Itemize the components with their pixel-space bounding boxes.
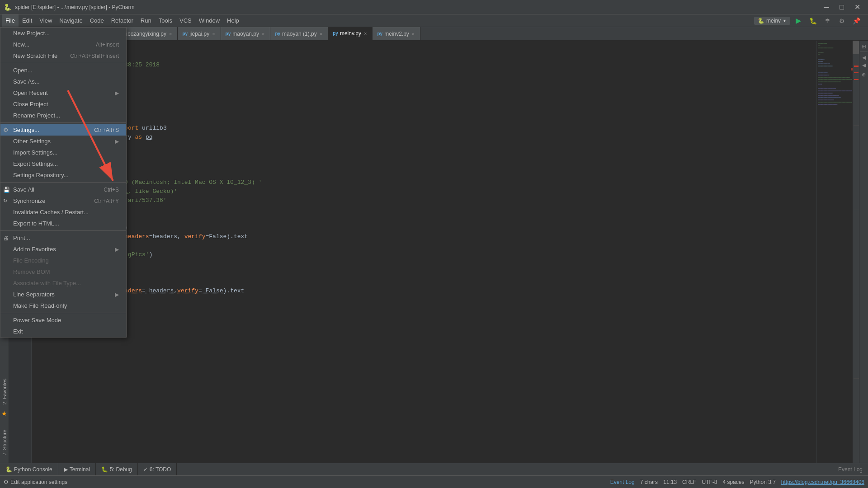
line-sep-label: Line Separators [13,291,55,298]
tab-meinv2[interactable]: py meinv2.py × [373,27,420,40]
right-panel-btn2[interactable]: ◀ [862,62,866,68]
favorites-star-icon[interactable]: ★ [1,410,7,417]
menu-open-recent[interactable]: Open Recent ▶ [0,87,126,99]
menu-settings[interactable]: ⚙ Settings... Ctrl+Alt+S [0,124,126,136]
code-editor[interactable]: # -*- coding: utf-8 -*- ▼ """ Created on… [32,41,816,306]
scrollbar-thumb[interactable] [853,41,859,54]
code-line-9: import os [36,115,816,124]
menu-code[interactable]: Code [86,14,108,27]
debug-tab[interactable]: 🐛 5: Debug [96,463,138,475]
scroll-error-marker3 [854,79,859,80]
menu-save-as[interactable]: Save As... [0,76,126,87]
menu-power-save[interactable]: Power Save Mode [0,314,126,326]
tab-label: maoyan (1).py [282,31,317,37]
event-log-btn[interactable]: Event Log [838,466,863,473]
menu-run[interactable]: Run [137,14,155,27]
menu-add-favorites[interactable]: Add to Favorites ▶ [0,244,126,255]
code-line-16: 'User-Agent': 'Mozilla/5.0 (Macintosh; I… [36,178,816,187]
settings-icon-wrap: ⚙ [3,127,9,133]
bottom-tabs-bar: 🐍 Python Console ▶ Terminal 🐛 5: Debug ✓… [0,463,868,475]
menu-new[interactable]: New... Alt+Insert [0,39,126,50]
vertical-scrollbar[interactable] [853,41,859,463]
pin-icon-btn[interactable]: 📌 [850,15,863,26]
menu-print[interactable]: 🖨 Print... [0,232,126,244]
run-button[interactable]: ▶ [792,15,805,26]
menu-file-encoding: File Encoding [0,255,126,266]
debug-button[interactable]: 🐛 [807,15,819,26]
menu-settings-repository[interactable]: Settings Repository... [0,169,126,181]
code-line-18: ' Chrome/58.0.3029.110 Safari/537.36' [36,196,816,205]
scroll-marker [854,125,859,126]
todo-tab[interactable]: ✓ 6: TODO [138,463,177,475]
terminal-tab[interactable]: ▶ Terminal [58,463,96,475]
indent-info[interactable]: 4 spaces [722,479,744,485]
menu-new-scratch-file[interactable]: New Scratch File Ctrl+Alt+Shift+Insert [0,50,126,61]
menu-edit[interactable]: Edit [19,14,36,27]
menu-other-settings[interactable]: Other Settings ▶ [0,136,126,147]
settings-gear-icon[interactable]: ⚙ [4,479,9,485]
menu-rename-project[interactable]: Rename Project... [0,110,126,121]
code-line-24: a = doc('.TypeList .TypeBigPics') [36,250,816,259]
menu-save-all[interactable]: 💾 Save All Ctrl+S [0,184,126,195]
menu-close-project[interactable]: Close Project [0,99,126,110]
new-scratch-label: New Scratch File [13,52,57,59]
menu-help[interactable]: Help [223,14,243,27]
menu-open[interactable]: Open... [0,65,126,76]
menu-exit[interactable]: Exit [0,326,126,337]
scroll-error-marker2 [854,72,859,73]
tab-maoyan1[interactable]: py maoyan (1).py × [270,27,328,40]
menu-synchronize[interactable]: ↻ Synchronize Ctrl+Alt+Y [0,195,126,206]
tab-close-icon[interactable]: × [319,31,323,37]
favorites-panel-label[interactable]: 2: Favorites [1,375,8,408]
tab-close-icon[interactable]: × [261,31,265,37]
menu-navigate[interactable]: Navigate [56,14,86,27]
remove-bom-label: Remove BOM [13,268,50,275]
menu-window[interactable]: Window [195,14,223,27]
code-line-13 [36,151,816,160]
tab-maoyan[interactable]: py maoyan.py × [221,27,271,40]
menu-invalidate-caches[interactable]: Invalidate Caches / Restart... [0,206,126,218]
file-encoding-status[interactable]: UTF-8 [702,479,717,485]
associate-file-label: Associate with File Type... [13,280,81,286]
tab-jiepai[interactable]: py jiepai.py × [178,27,221,40]
menu-file[interactable]: File [2,14,19,27]
event-log-status[interactable]: Event Log [610,479,635,485]
close-button[interactable]: ✕ [850,1,864,14]
menu-export-settings[interactable]: Export Settings... [0,158,126,169]
structure-panel-label[interactable]: 7: Structure [1,426,8,459]
menu-import-settings[interactable]: Import Settings... [0,147,126,158]
python-console-tab[interactable]: 🐍 Python Console [0,463,58,475]
right-panel-icon[interactable]: ⊞ [861,44,867,49]
menu-tools[interactable]: Tools [155,14,176,27]
title-bar-left: 🐍 spider [E:\spider] - ...\meinv.py [spi… [4,4,135,11]
python-version[interactable]: Python 3.7 [750,479,775,485]
tab-close-icon[interactable]: × [168,31,173,37]
menu-new-project[interactable]: New Project... [0,28,126,39]
settings-shortcut: Ctrl+Alt+S [94,127,119,133]
debug-label: 5: Debug [110,466,132,473]
menu-make-read-only[interactable]: Make File Read-only [0,300,126,311]
tab-close-icon[interactable]: × [411,31,415,37]
menu-remove-bom: Remove BOM [0,266,126,277]
add-favorites-label: Add to Favorites [13,246,56,253]
url-link[interactable]: https://blog.csdn.net/pq_36668406 [781,479,864,485]
coverage-button[interactable]: ☂ [821,15,834,26]
maximize-button[interactable]: □ [835,1,849,14]
menu-vcs[interactable]: VCS [176,14,195,27]
menu-refactor[interactable]: Refactor [108,14,137,27]
run-config-selector[interactable]: 🐍 meinv ▼ [754,17,790,25]
menu-export-html[interactable]: Export to HTML... [0,218,126,229]
right-panel-btn3[interactable]: ⊕ [862,72,866,78]
right-panel-btn[interactable]: ◀ [862,55,866,61]
line-endings[interactable]: CRLF [682,479,696,485]
code-line-8: import requests [36,106,816,115]
open-recent-label: Open Recent [13,89,48,96]
tab-close-icon[interactable]: × [211,31,216,37]
tab-meinv[interactable]: py meinv.py × [328,27,373,40]
minimize-button[interactable]: ─ [819,1,834,14]
cursor-position: 11:13 [663,479,677,485]
menu-line-separators[interactable]: Line Separators ▶ [0,289,126,300]
tab-close-icon[interactable]: × [363,30,368,37]
menu-view[interactable]: View [36,14,56,27]
settings-icon-btn[interactable]: ⚙ [835,15,848,26]
